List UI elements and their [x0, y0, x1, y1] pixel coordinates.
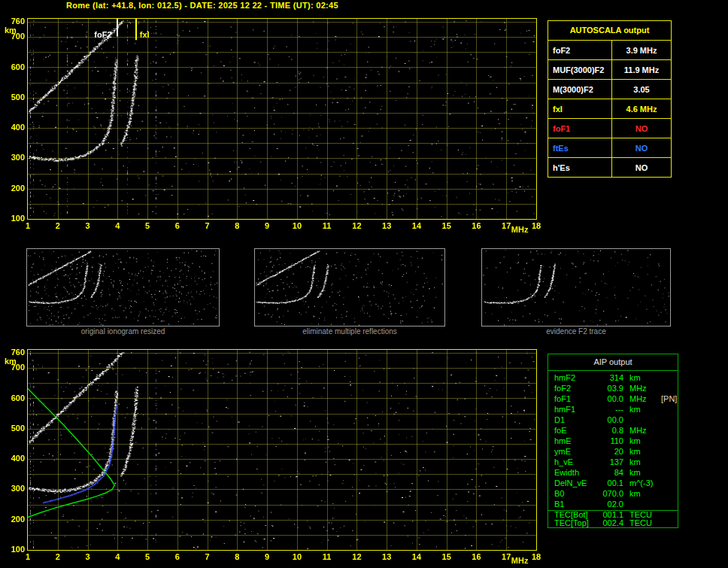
autoscala-output-panel: AUTOSCALA output foF23.9 MHzMUF(3000)F21…	[548, 20, 672, 178]
param-value: 3.9 MHz	[612, 41, 671, 59]
param-label: foF2	[548, 41, 612, 59]
param-unit	[623, 415, 661, 425]
param-value: 314	[599, 372, 623, 383]
aip-row: B0070.0km	[548, 488, 678, 499]
param-value: 02.0	[599, 499, 623, 509]
autoscala-row: fxI4.6 MHz	[548, 99, 671, 119]
param-label: foF2	[548, 383, 599, 393]
param-label: B1	[548, 499, 599, 509]
autoscala-row: h'EsNO	[548, 158, 671, 177]
param-value: 00.1	[599, 478, 623, 488]
thumbnail-eliminate-reflections	[254, 248, 445, 327]
param-label: hmE	[548, 436, 599, 446]
param-value: 137	[599, 457, 623, 467]
thumbnail-caption: eliminate multiple reflections	[254, 327, 445, 336]
autoscala-row: foF23.9 MHz	[548, 41, 671, 60]
param-value: 3.05	[612, 80, 671, 99]
param-label: MUF(3000)F2	[548, 60, 612, 79]
param-label: h_vE	[548, 457, 599, 467]
param-unit: km	[623, 457, 661, 467]
param-label: M(3000)F2	[548, 80, 612, 99]
param-value: 11.9 MHz	[612, 60, 671, 79]
aip-row: B102.0	[548, 499, 678, 509]
autoscala-row: foF1NO	[548, 119, 671, 138]
aip-row: hmF1---km	[548, 404, 678, 415]
autoscala-row: ftEsNO	[548, 138, 671, 158]
thumbnail-evidence-f2-trace	[481, 248, 671, 327]
param-value: 00.0	[599, 415, 623, 425]
autoscala-output-screen: Rome (lat: +41.8, lon: 012.5) - DATE: 20…	[0, 0, 728, 568]
profile-ionogram-plot	[0, 342, 549, 568]
param-value: 84	[599, 467, 623, 478]
thumbnail-caption: original ionogram resized	[26, 327, 220, 336]
param-value: NO	[612, 138, 671, 157]
param-note: [PN]	[661, 393, 677, 404]
aip-row: foF100.0MHz[PN]	[548, 393, 678, 404]
aip-row: h_vE137km	[548, 457, 678, 467]
aip-tec-rows: TEC[Bot]001.1TECUTEC[Top]002.4TECU	[548, 511, 678, 527]
aip-rows: hmF2314kmfoF203.9MHzfoF100.0MHz[PN]hmF1-…	[548, 371, 678, 509]
param-label: TEC[Top]	[548, 519, 599, 527]
param-unit: MHz	[623, 393, 661, 404]
autoscala-row: M(3000)F23.05	[548, 80, 671, 99]
aip-tec-row: TEC[Top]002.4TECU	[548, 519, 678, 527]
param-unit: km	[623, 436, 661, 446]
aip-row: hmF2314km	[548, 372, 678, 383]
param-label: ymE	[548, 446, 599, 457]
param-value: ---	[599, 404, 623, 415]
aip-row: D100.0	[548, 415, 678, 425]
autoscala-rows: foF23.9 MHzMUF(3000)F211.9 MHzM(3000)F23…	[548, 41, 671, 177]
aip-panel-header: AIP output	[548, 354, 678, 371]
param-label: ftEs	[548, 138, 612, 157]
param-value: 002.4	[599, 519, 623, 527]
autoscala-panel-header: AUTOSCALA output	[548, 21, 671, 41]
main-ionogram-plot	[0, 11, 549, 242]
param-value: 0.8	[599, 425, 623, 436]
station-date-title: Rome (lat: +41.8, lon: 012.5) - DATE: 20…	[66, 1, 338, 10]
param-unit: km	[623, 467, 661, 478]
param-unit: MHz	[623, 383, 661, 393]
param-unit: TECU	[623, 519, 661, 527]
aip-row: foF203.9MHz	[548, 383, 678, 393]
param-value: 110	[599, 436, 623, 446]
param-label: hmF2	[548, 372, 599, 383]
param-label: foF1	[548, 393, 599, 404]
param-value: 4.6 MHz	[612, 99, 671, 118]
param-value: 070.0	[599, 488, 623, 499]
param-unit	[623, 499, 661, 509]
param-value: NO	[612, 158, 671, 177]
param-value: 00.0	[599, 393, 623, 404]
param-unit: m^(-3)	[623, 478, 661, 488]
param-value: NO	[612, 119, 671, 138]
param-label: fxI	[548, 99, 612, 118]
thumbnail-caption: evidence F2 trace	[481, 327, 671, 336]
param-unit: km	[623, 488, 661, 499]
aip-row: ymE20km	[548, 446, 678, 457]
param-label: foF1	[548, 119, 612, 138]
aip-row: DelN_vE00.1m^(-3)	[548, 478, 678, 488]
aip-output-panel: AIP output hmF2314kmfoF203.9MHzfoF100.0M…	[548, 354, 678, 528]
aip-row: foE0.8MHz	[548, 425, 678, 436]
param-label: foE	[548, 425, 599, 436]
param-label: hmF1	[548, 404, 599, 415]
param-unit: km	[623, 404, 661, 415]
param-label: DelN_vE	[548, 478, 599, 488]
param-value: 03.9	[599, 383, 623, 393]
aip-row: Ewidth84km	[548, 467, 678, 478]
param-label: h'Es	[548, 158, 612, 177]
param-value: 20	[599, 446, 623, 457]
param-label: Ewidth	[548, 467, 599, 478]
thumbnail-original-ionogram	[26, 248, 220, 327]
param-label: B0	[548, 488, 599, 499]
param-unit: km	[623, 372, 661, 383]
param-label: D1	[548, 415, 599, 425]
param-unit: MHz	[623, 425, 661, 436]
autoscala-row: MUF(3000)F211.9 MHz	[548, 60, 671, 80]
param-unit: km	[623, 446, 661, 457]
aip-row: hmE110km	[548, 436, 678, 446]
